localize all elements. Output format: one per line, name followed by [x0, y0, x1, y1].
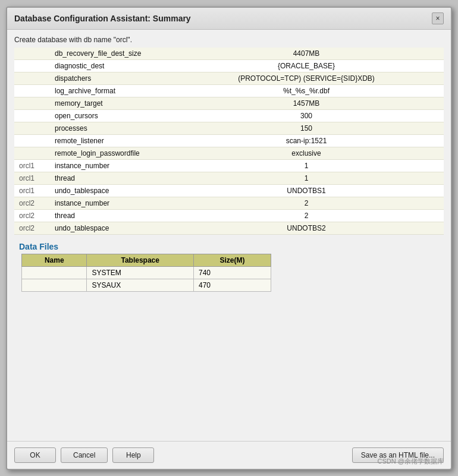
table-row: db_recovery_file_dest_size 4407MB — [14, 48, 444, 60]
dialog-title: Database Configuration Assistant: Summar… — [14, 14, 191, 23]
instance-cell — [14, 147, 50, 159]
size-cell: 740 — [194, 266, 271, 279]
dialog-body: Create database with db name "orcl". db_… — [7, 30, 451, 441]
data-files-section: Data Files Name Tablespace Size(M) SYSTE… — [14, 235, 444, 297]
param-cell: instance_number — [50, 197, 169, 209]
value-cell: 2 — [169, 197, 444, 209]
value-cell: 150 — [169, 122, 444, 134]
table-row: remote_listener scan-ip:1521 — [14, 134, 444, 147]
config-table: db_recovery_file_dest_size 4407MB diagno… — [14, 48, 444, 235]
col-header-name: Name — [22, 254, 87, 266]
table-row: dispatchers (PROTOCOL=TCP) (SERVICE={SID… — [14, 72, 444, 84]
tablespace-cell: SYSTEM — [87, 266, 194, 279]
param-cell: memory_target — [50, 97, 169, 109]
param-cell: instance_number — [50, 159, 169, 172]
instance-cell — [14, 84, 50, 97]
param-cell: processes — [50, 122, 169, 134]
instance-cell: orcl1 — [14, 184, 50, 197]
value-cell: UNDOTBS1 — [169, 184, 444, 197]
value-cell: 1 — [169, 172, 444, 184]
watermark: CSDN @余佬学数据库 — [378, 457, 444, 466]
close-button[interactable]: × — [432, 12, 444, 24]
list-item: SYSTEM 740 — [22, 266, 271, 279]
value-cell: 4407MB — [169, 48, 444, 60]
value-cell: 1 — [169, 159, 444, 172]
footer-left: OK Cancel Help — [14, 447, 154, 463]
tablespace-cell: SYSAUX — [87, 279, 194, 291]
param-cell: undo_tablespace — [50, 184, 169, 197]
param-cell: open_cursors — [50, 109, 169, 122]
file-name-cell — [22, 279, 87, 291]
param-cell: log_archive_format — [50, 84, 169, 97]
table-row: memory_target 1457MB — [14, 97, 444, 109]
value-cell: scan-ip:1521 — [169, 134, 444, 147]
title-bar: Database Configuration Assistant: Summar… — [7, 8, 451, 30]
file-name-cell — [22, 266, 87, 279]
col-header-size: Size(M) — [194, 254, 271, 266]
table-row: orcl1 thread 1 — [14, 172, 444, 184]
instance-cell: orcl2 — [14, 209, 50, 222]
table-row: orcl2 instance_number 2 — [14, 197, 444, 209]
scroll-area[interactable]: db_recovery_file_dest_size 4407MB diagno… — [14, 48, 444, 333]
table-row: orcl2 thread 2 — [14, 209, 444, 222]
ok-button[interactable]: OK — [14, 447, 56, 463]
instance-cell — [14, 97, 50, 109]
cancel-button[interactable]: Cancel — [61, 447, 108, 463]
list-item: SYSAUX 470 — [22, 279, 271, 291]
instance-cell — [14, 122, 50, 134]
table-row: processes 150 — [14, 122, 444, 134]
data-files-table: Name Tablespace Size(M) SYSTEM 740 SYSAU… — [21, 254, 271, 292]
instance-cell: orcl2 — [14, 222, 50, 234]
param-cell: remote_login_passwordfile — [50, 147, 169, 159]
table-row: orcl1 instance_number 1 — [14, 159, 444, 172]
table-row: orcl2 undo_tablespace UNDOTBS2 — [14, 222, 444, 234]
param-cell: dispatchers — [50, 72, 169, 84]
param-cell: thread — [50, 209, 169, 222]
table-row: remote_login_passwordfile exclusive — [14, 147, 444, 159]
value-cell: {ORACLE_BASE} — [169, 59, 444, 72]
param-cell: undo_tablespace — [50, 222, 169, 234]
instance-cell — [14, 48, 50, 60]
col-header-tablespace: Tablespace — [87, 254, 194, 266]
main-dialog: Database Configuration Assistant: Summar… — [6, 7, 452, 470]
subtitle: Create database with db name "orcl". — [14, 36, 444, 44]
value-cell: UNDOTBS2 — [169, 222, 444, 234]
instance-cell — [14, 59, 50, 72]
instance-cell: orcl1 — [14, 172, 50, 184]
value-cell: exclusive — [169, 147, 444, 159]
param-cell: db_recovery_file_dest_size — [50, 48, 169, 60]
value-cell: %t_%s_%r.dbf — [169, 84, 444, 97]
instance-cell: orcl2 — [14, 197, 50, 209]
value-cell: (PROTOCOL=TCP) (SERVICE={SID}XDB) — [169, 72, 444, 84]
param-cell: thread — [50, 172, 169, 184]
help-button[interactable]: Help — [112, 447, 154, 463]
table-row: orcl1 undo_tablespace UNDOTBS1 — [14, 184, 444, 197]
instance-cell — [14, 134, 50, 147]
param-cell: remote_listener — [50, 134, 169, 147]
instance-cell — [14, 109, 50, 122]
size-cell: 470 — [194, 279, 271, 291]
table-row: diagnostic_dest {ORACLE_BASE} — [14, 59, 444, 72]
param-cell: diagnostic_dest — [50, 59, 169, 72]
instance-cell: orcl1 — [14, 159, 50, 172]
value-cell: 300 — [169, 109, 444, 122]
value-cell: 2 — [169, 209, 444, 222]
table-row: open_cursors 300 — [14, 109, 444, 122]
table-row: log_archive_format %t_%s_%r.dbf — [14, 84, 444, 97]
data-files-title: Data Files — [19, 237, 439, 254]
value-cell: 1457MB — [169, 97, 444, 109]
instance-cell — [14, 72, 50, 84]
